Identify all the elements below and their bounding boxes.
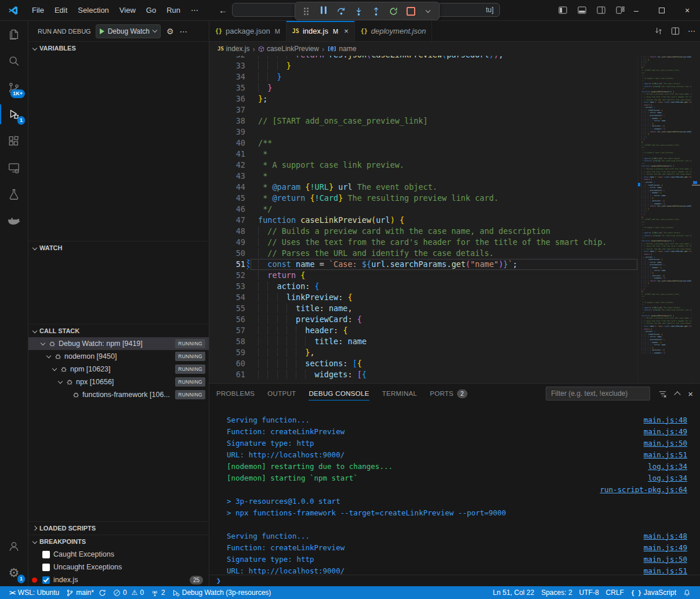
code-line[interactable]: 34 } (209, 71, 637, 82)
source-link[interactable]: main.js:50 (644, 555, 687, 564)
breadcrumb-item-caseLinkPreview[interactable]: caseLinkPreview (258, 45, 319, 53)
more-actions-icon[interactable]: ⋯ (180, 27, 188, 36)
pause-icon[interactable] (316, 4, 331, 18)
code-line[interactable]: 60 sections: [{ (209, 358, 637, 369)
code-line[interactable]: 39 (209, 127, 637, 138)
source-link[interactable]: log.js:34 (648, 462, 687, 471)
breadcrumb-item-name[interactable]: [@]name (327, 45, 356, 53)
source-link[interactable]: log.js:34 (648, 474, 687, 482)
split-editor-icon[interactable] (671, 27, 680, 35)
maximize-button[interactable] (649, 0, 674, 20)
step-out-icon[interactable] (368, 4, 383, 18)
activity-run-and-debug-icon[interactable]: 1 (0, 101, 28, 128)
status-crlf[interactable]: CRLF (603, 586, 628, 599)
code-line[interactable]: 54 linkPreview: { (209, 292, 637, 303)
minimap[interactable]: return res.json(caseLinkPreview(parsedUr… (637, 56, 691, 383)
status-ln-51-col-22[interactable]: Ln 51, Col 22 (489, 586, 538, 599)
close-tab-icon[interactable]: × (344, 27, 349, 35)
close-button[interactable]: × (674, 0, 700, 20)
code-line[interactable]: 38// [START add_ons_case_preview_link] (209, 116, 637, 127)
panel-tab-output[interactable]: OUTPUT (267, 384, 296, 403)
source-link[interactable]: main.js:51 (644, 450, 687, 459)
status-2[interactable]: 2 (147, 586, 169, 599)
launch-config-dropdown[interactable]: Debug Watch (96, 24, 161, 38)
code-line[interactable]: 50 // Parses the URL and identify the ca… (209, 248, 637, 259)
activity-extensions-icon[interactable] (0, 128, 28, 154)
panel-tab-problems[interactable]: PROBLEMS (216, 384, 255, 403)
menu-edit[interactable]: Edit (49, 3, 72, 17)
panel-tab-debug-console[interactable]: DEBUG CONSOLE (309, 384, 369, 403)
filter-icon[interactable] (658, 389, 667, 398)
breadcrumb-item-index.js[interactable]: JSindex.js (217, 45, 250, 53)
activity-settings-icon[interactable]: ⚙1 (0, 560, 28, 586)
section-breakpoints[interactable]: BREAKPOINTS (28, 535, 209, 548)
breakpoint-checkbox[interactable] (42, 564, 50, 571)
panel-tab-terminal[interactable]: TERMINAL (382, 384, 418, 403)
menu-view[interactable]: View (114, 3, 141, 17)
section-loaded-scripts[interactable]: LOADED SCRIPTS (28, 521, 209, 535)
tab-deployment.json[interactable]: {}deployment.json (355, 21, 433, 41)
status-javascript[interactable]: { }JavaScript (628, 586, 680, 599)
code-line[interactable]: 51 const name = `Case: ${url.searchParam… (209, 259, 637, 270)
code-line[interactable]: 43 * (209, 171, 637, 182)
restart-icon[interactable] (386, 4, 401, 18)
toggle-panel-icon[interactable] (578, 6, 586, 15)
tab-package.json[interactable]: {}package.jsonM (209, 21, 286, 41)
source-link[interactable]: run-script-pkg.js:64 (600, 485, 687, 494)
menu-go[interactable]: Go (141, 3, 161, 17)
code-line[interactable]: 53 action: { (209, 281, 637, 292)
activity-remote-explorer-icon[interactable] (0, 154, 28, 181)
code-line[interactable]: 47function caseLinkPreview(url) { (209, 215, 637, 226)
editor-more-actions-icon[interactable]: ⋯ (688, 27, 695, 35)
call-stack-frame[interactable]: nodemon [9450]RUNNING (28, 350, 209, 363)
status-item[interactable] (680, 586, 694, 599)
code-line[interactable]: 44 * @param {!URL} url The event object. (209, 182, 637, 193)
call-stack-frame[interactable]: npm [10623]RUNNING (28, 363, 209, 376)
code-line[interactable]: 42 * A support case link preview. (209, 160, 637, 171)
menu-selection[interactable]: Selection (72, 3, 114, 17)
section-call-stack[interactable]: CALL STACK (28, 324, 209, 337)
section-variables[interactable]: VARIABLES (28, 41, 209, 55)
debug-console-input[interactable]: ❯ (209, 575, 700, 586)
status-utf-8[interactable]: UTF-8 (576, 586, 603, 599)
debug-console-output[interactable]: Serving function...main.js:48Function: c… (209, 403, 700, 575)
minimize-button[interactable]: – (623, 0, 649, 20)
activity-testing-icon[interactable] (0, 181, 28, 208)
code-line[interactable]: 48 // Builds a preview card with the cas… (209, 226, 637, 237)
breakpoint-item[interactable]: index.js25 (28, 573, 209, 586)
stop-icon[interactable] (403, 4, 418, 18)
drag-grip-icon[interactable] (299, 4, 314, 18)
breakpoint-item[interactable]: Uncaught Exceptions (28, 561, 209, 573)
source-link[interactable]: main.js:50 (644, 439, 687, 448)
console-filter-input[interactable] (546, 387, 650, 400)
code-line[interactable]: 59 }, (209, 347, 637, 358)
panel-tab-ports[interactable]: PORTS2 (430, 384, 467, 403)
maximize-panel-icon[interactable] (674, 391, 681, 398)
activity-docker-icon[interactable] (0, 208, 28, 234)
code-line[interactable]: 52 return { (209, 270, 637, 281)
toggle-secondary-sidebar-icon[interactable] (597, 6, 605, 15)
code-line[interactable]: 57 header: { (209, 325, 637, 336)
code-line[interactable]: 40/** (209, 138, 637, 149)
status-main-[interactable]: main* (63, 586, 110, 599)
code-line[interactable]: 46 */ (209, 204, 637, 215)
code-line[interactable]: 36}; (209, 93, 637, 104)
breakpoint-checkbox[interactable] (42, 551, 50, 558)
section-watch[interactable]: WATCH (28, 241, 209, 254)
activity-search-icon[interactable] (0, 48, 28, 74)
activity-accounts-icon[interactable] (0, 533, 28, 560)
navigate-back-icon[interactable]: ← (219, 5, 227, 15)
menu-file[interactable]: File (27, 3, 49, 17)
code-line[interactable]: 32 return res.json(caseLinkPreview(parse… (209, 56, 637, 60)
status-wsl-ubuntu[interactable]: ><WSL: Ubuntu (6, 586, 63, 599)
source-link[interactable]: main.js:48 (644, 416, 687, 424)
breakpoint-checkbox[interactable] (42, 576, 50, 584)
open-changes-icon[interactable] (654, 27, 663, 35)
status-0[interactable]: 0⚠0 (110, 586, 147, 599)
activity-explorer-icon[interactable] (0, 21, 28, 48)
code-line[interactable]: 35 } (209, 82, 637, 93)
gear-icon[interactable]: ⚙ (166, 27, 174, 36)
dropdown-icon[interactable] (420, 4, 436, 18)
source-link[interactable]: main.js:49 (644, 543, 687, 552)
menu-run[interactable]: Run (161, 3, 186, 17)
